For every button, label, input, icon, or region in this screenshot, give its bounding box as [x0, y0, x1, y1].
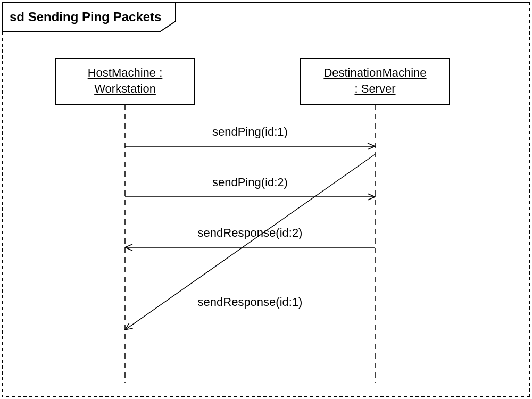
sequence-diagram: sd Sending Ping Packets HostMachine : Wo… — [0, 0, 532, 399]
message-label-3: sendResponse(id:2) — [198, 226, 303, 239]
participant-host-line1: HostMachine : — [88, 66, 163, 79]
message-label-4: sendResponse(id:1) — [198, 295, 303, 309]
participant-dest-line2: : Server — [354, 82, 395, 95]
message-label-2: sendPing(id:2) — [212, 176, 288, 189]
participant-host-box — [56, 59, 194, 104]
participant-host-line2: Workstation — [94, 82, 156, 95]
message-label-1: sendPing(id:1) — [212, 125, 288, 138]
diagram-title: sd Sending Ping Packets — [10, 10, 161, 24]
participant-dest-line1: DestinationMachine — [323, 66, 426, 79]
participant-dest-box — [301, 59, 450, 104]
